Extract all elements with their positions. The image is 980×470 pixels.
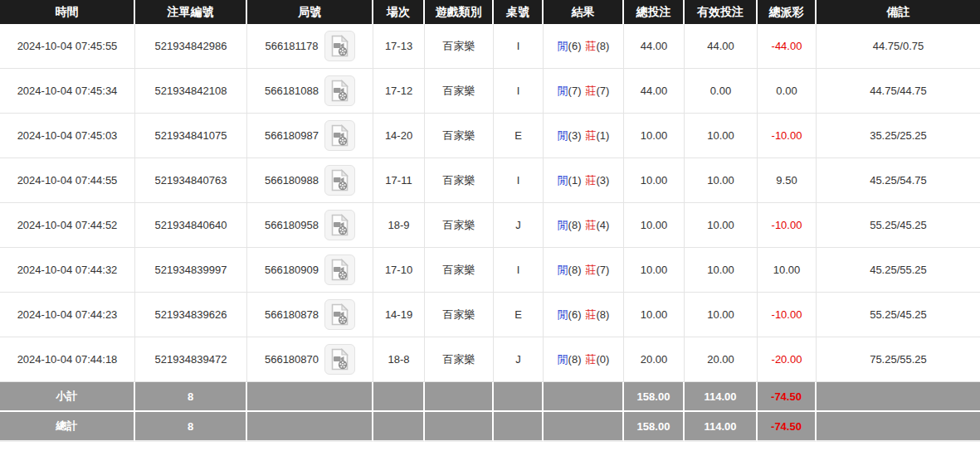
video-replay-button[interactable] (324, 120, 355, 151)
cell-remark: 44.75/44.75 (817, 69, 980, 114)
cell-round: 566180958 (247, 203, 373, 248)
cell-session: 14-19 (373, 293, 425, 337)
cell-time: 2024-10-04 07:45:55 (0, 24, 135, 69)
banker-result-label: 莊 (586, 85, 597, 97)
cell-payout: -44.00 (758, 24, 817, 69)
table-row: 2024-10-04 07:44:52 521934840640 5661809… (0, 203, 980, 248)
player-result-label: 閒 (558, 40, 568, 52)
cell-total-bet: 44.00 (624, 24, 685, 69)
player-result-score: (6) (568, 40, 582, 52)
header-bet-id: 注單編號 (135, 0, 247, 24)
cell-remark: 55.25/45.25 (817, 203, 980, 248)
banker-result-score: (0) (597, 353, 610, 366)
cell-result: 閒(8)莊(7) (544, 248, 624, 293)
cell-total-bet: 10.00 (624, 203, 685, 248)
cell-session: 17-12 (373, 69, 425, 114)
video-replay-button[interactable] (324, 31, 355, 61)
header-remark: 備註 (817, 0, 980, 24)
cell-game-type: 百家樂 (425, 158, 494, 203)
banker-result-label: 莊 (586, 129, 597, 142)
video-replay-button[interactable] (324, 165, 355, 196)
video-file-icon (330, 169, 349, 191)
cell-total-bet: 10.00 (624, 114, 685, 158)
video-replay-button[interactable] (324, 75, 355, 106)
player-result-score: (6) (568, 308, 582, 321)
cell-bet-id: 521934840763 (135, 158, 247, 203)
header-time: 時間 (0, 0, 135, 24)
player-result-label: 閒 (558, 308, 568, 321)
header-session: 場次 (373, 0, 425, 24)
cell-valid-bet: 20.00 (685, 337, 758, 382)
banker-result-score: (7) (597, 85, 610, 97)
total-valid-bet: 114.00 (685, 412, 758, 442)
cell-round: 566180988 (247, 158, 373, 203)
cell-payout: -20.00 (758, 337, 817, 382)
cell-payout: -10.00 (758, 114, 817, 158)
cell-table-no: E (494, 114, 544, 158)
cell-round: 566180870 (247, 337, 373, 382)
cell-result: 閒(8)莊(0) (544, 337, 624, 382)
table-body: 2024-10-04 07:45:55 521934842986 5661811… (0, 24, 980, 382)
cell-payout: -10.00 (758, 293, 817, 337)
cell-game-type: 百家樂 (425, 248, 494, 293)
cell-bet-id: 521934842108 (135, 69, 247, 114)
header-row: 時間 注單編號 局號 場次 遊戲類別 桌號 結果 總投注 有效投注 總派彩 備註 (0, 0, 980, 24)
subtotal-remark-empty (817, 382, 980, 412)
cell-table-no: I (494, 158, 544, 203)
subtotal-payout: -74.50 (758, 382, 817, 412)
player-result-label: 閒 (558, 219, 568, 231)
banker-result-label: 莊 (586, 40, 597, 52)
cell-time: 2024-10-04 07:44:18 (0, 337, 135, 382)
player-result-label: 閒 (558, 264, 568, 276)
video-replay-button[interactable] (324, 344, 355, 375)
video-replay-button[interactable] (324, 299, 355, 330)
table-row: 2024-10-04 07:45:55 521934842986 5661811… (0, 24, 980, 69)
cell-table-no: J (494, 337, 544, 382)
total-label: 總計 (0, 412, 135, 442)
total-remark-empty (817, 412, 980, 442)
cell-result: 閒(1)莊(3) (544, 158, 624, 203)
cell-round: 566181088 (247, 69, 373, 114)
cell-bet-id: 521934839997 (135, 248, 247, 293)
table-row: 2024-10-04 07:44:32 521934839997 5661809… (0, 248, 980, 293)
player-result-label: 閒 (558, 129, 568, 142)
cell-table-no: E (494, 293, 544, 337)
cell-result: 閒(6)莊(8) (544, 293, 624, 337)
player-result-score: (8) (568, 264, 582, 276)
cell-table-no: I (494, 69, 544, 114)
cell-game-type: 百家樂 (425, 337, 494, 382)
banker-result-score: (8) (597, 40, 610, 52)
banker-result-label: 莊 (586, 174, 597, 187)
cell-time: 2024-10-04 07:45:34 (0, 69, 135, 114)
cell-remark: 75.25/55.25 (817, 337, 980, 382)
cell-session: 14-20 (373, 114, 425, 158)
cell-payout: 10.00 (758, 248, 817, 293)
cell-total-bet: 10.00 (624, 158, 685, 203)
player-result-score: (8) (568, 353, 582, 366)
total-payout: -74.50 (758, 412, 817, 442)
video-file-icon (330, 303, 349, 326)
subtotal-session-empty (373, 382, 425, 412)
video-replay-button[interactable] (324, 254, 355, 285)
cell-remark: 45.25/55.25 (817, 248, 980, 293)
video-file-icon (330, 80, 349, 102)
table-row: 2024-10-04 07:44:23 521934839626 5661808… (0, 293, 980, 337)
cell-session: 18-8 (373, 337, 425, 382)
cell-game-type: 百家樂 (425, 203, 494, 248)
cell-table-no: J (494, 203, 544, 248)
cell-game-type: 百家樂 (425, 293, 494, 337)
subtotal-count: 8 (135, 382, 247, 412)
video-file-icon (330, 35, 349, 57)
round-number: 566180870 (265, 353, 319, 366)
cell-valid-bet: 10.00 (685, 158, 758, 203)
banker-result-score: (3) (597, 174, 610, 187)
total-table-empty (494, 412, 544, 442)
banker-result-label: 莊 (586, 264, 597, 276)
cell-session: 17-10 (373, 248, 425, 293)
round-number: 566180958 (265, 219, 319, 231)
video-replay-button[interactable] (324, 210, 355, 240)
cell-session: 18-9 (373, 203, 425, 248)
subtotal-valid-bet: 114.00 (685, 382, 758, 412)
total-result-empty (544, 412, 624, 442)
cell-total-bet: 44.00 (624, 69, 685, 114)
